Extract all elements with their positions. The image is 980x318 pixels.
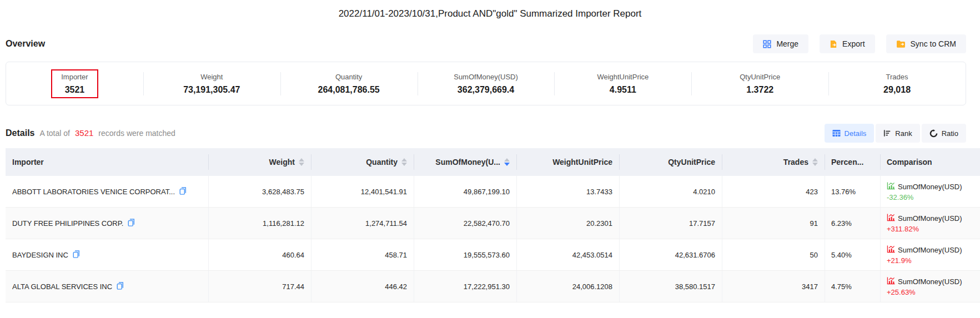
stat-value: 4.9511	[610, 85, 636, 95]
stat-content: SumOfMoney(USD)362,379,669.4	[444, 69, 528, 98]
overview-bar: Overview MergeExportSync to CRM	[6, 34, 966, 54]
stat-qtyunitprice: QtyUnitPrice1.3722	[691, 62, 828, 105]
cell-sum-of-money: 17,222,951.30	[414, 271, 516, 302]
column-header-quantity[interactable]: Quantity	[311, 148, 414, 176]
cell-percent: 6.23%	[825, 208, 880, 239]
action-button-label: Merge	[776, 39, 798, 48]
importer-name: DUTY FREE PHILIPPINES CORP.	[12, 219, 135, 228]
cell-value: 6.23%	[831, 219, 852, 228]
table-row: ABBOTT LABORATORIES VENICE CORPORAT...3,…	[6, 176, 980, 208]
overview-stats-card: Importer3521Weight73,191,305.47Quantity2…	[6, 62, 966, 105]
view-tab-ratio[interactable]: Ratio	[922, 124, 966, 143]
column-header-weight[interactable]: Weight	[208, 148, 311, 176]
importer-table: ImporterWeightQuantitySumOfMoney(U...Wei…	[6, 148, 980, 302]
cell-value: 42,631.6706	[675, 251, 715, 259]
report-title: 2022/11/01-2023/10/31,Product AND"gold" …	[0, 8, 980, 19]
table-grid-icon	[832, 129, 841, 137]
cell-sum-of-money: 22,582,470.70	[414, 208, 516, 239]
cell-value: 5.40%	[831, 251, 852, 259]
trend-up-chart-icon	[887, 245, 895, 255]
cell-value: 20.2301	[586, 219, 612, 228]
comparison-metric: SumOfMoney(USD)	[887, 277, 962, 286]
copy-icon	[117, 282, 124, 291]
stat-importer: Importer3521	[6, 62, 143, 105]
importer-name: ABBOTT LABORATORIES VENICE CORPORAT...	[12, 187, 187, 196]
stat-content: QtyUnitPrice1.3722	[730, 69, 790, 98]
cell-value: 22,582,470.70	[464, 219, 510, 228]
action-button-sync-to-crm[interactable]: Sync to CRM	[886, 34, 966, 53]
highlight-box: Importer3521	[51, 69, 98, 98]
sort-carets-icon	[299, 158, 304, 166]
cell-value: 460.64	[282, 251, 304, 259]
cell-sum-of-money: 49,867,199.10	[414, 176, 516, 207]
table-row: BAYDESIGN INC460.64458.7119,555,573.6042…	[6, 239, 980, 271]
column-header-label: Weight	[269, 158, 295, 166]
comparison-change-value: +311.82%	[887, 225, 919, 233]
cell-quantity: 458.71	[311, 239, 414, 270]
sync-folder-icon	[896, 40, 906, 48]
comparison-metric-label: SumOfMoney(USD)	[898, 277, 962, 286]
trend-up-chart-icon	[887, 277, 895, 286]
cell-value: 19,555,573.60	[464, 251, 510, 259]
column-header-trades[interactable]: Trades	[722, 148, 825, 176]
action-button-export[interactable]: Export	[820, 34, 875, 53]
comparison-metric: SumOfMoney(USD)	[887, 214, 962, 223]
importer-name: ALTA GLOBAL SERVICES INC	[12, 282, 124, 291]
table-row: DUTY FREE PHILIPPINES CORP.1,116,281.121…	[6, 208, 980, 239]
sort-desc-icon	[299, 163, 304, 166]
cell-weight: 460.64	[208, 239, 311, 270]
copy-button[interactable]	[117, 282, 124, 291]
cell-value: 17.7157	[689, 219, 715, 228]
cell-value: 24,006.1208	[572, 282, 612, 291]
comparison-cell: SumOfMoney(USD)+25.63%	[880, 271, 980, 302]
copy-button[interactable]	[179, 187, 187, 196]
view-tab-details[interactable]: Details	[825, 124, 875, 143]
overview-actions: MergeExportSync to CRM	[753, 34, 966, 53]
action-button-merge[interactable]: Merge	[753, 34, 808, 53]
view-tab-rank[interactable]: Rank	[876, 124, 919, 143]
copy-icon	[128, 219, 135, 228]
trend-down-chart-icon	[887, 182, 895, 191]
details-heading: Details	[6, 128, 34, 138]
view-tab-label: Ratio	[942, 129, 958, 138]
cell-trades: 91	[722, 208, 825, 239]
table-body: ABBOTT LABORATORIES VENICE CORPORAT...3,…	[6, 176, 980, 302]
column-header-comparison: Comparison	[880, 148, 980, 176]
comparison-metric-label: SumOfMoney(USD)	[898, 246, 962, 254]
copy-button[interactable]	[73, 250, 80, 260]
column-header-sumofmoney-u-[interactable]: SumOfMoney(U...	[414, 148, 516, 176]
stat-label: Quantity	[335, 73, 362, 81]
comparison-change-value: -32.36%	[887, 193, 913, 201]
copy-button[interactable]	[128, 219, 135, 228]
importer-cell: ABBOTT LABORATORIES VENICE CORPORAT...	[6, 176, 208, 207]
merge-icon	[763, 40, 771, 48]
sort-carets-icon	[504, 158, 510, 166]
column-header-label: Percen...	[831, 158, 863, 166]
comparison-metric-label: SumOfMoney(USD)	[898, 183, 962, 191]
bar-rank-icon	[883, 129, 891, 137]
trend-up-chart-icon	[887, 214, 895, 223]
view-tab-label: Details	[845, 129, 867, 138]
copy-icon	[179, 187, 187, 196]
sort-desc-icon	[504, 163, 510, 166]
cell-value: 91	[810, 219, 818, 228]
cell-value: 458.71	[385, 251, 407, 259]
column-header-label: Importer	[12, 158, 44, 166]
cell-qty-unit-price: 42,631.6706	[619, 239, 722, 270]
view-switch: DetailsRankRatio	[825, 124, 966, 143]
cell-value: 446.42	[385, 282, 407, 291]
stat-value: 29,018	[883, 85, 911, 95]
stat-label: WeightUnitPrice	[597, 73, 649, 81]
stat-value: 73,191,305.47	[183, 85, 240, 95]
cell-percent: 5.40%	[825, 239, 880, 270]
stat-label: Importer	[61, 73, 88, 81]
cell-weight: 3,628,483.75	[208, 176, 311, 207]
sort-asc-icon	[504, 158, 510, 161]
cell-weight: 717.44	[208, 271, 311, 302]
stat-value: 362,379,669.4	[458, 85, 514, 95]
cell-quantity: 1,274,711.54	[311, 208, 414, 239]
stat-content: Trades29,018	[873, 69, 921, 98]
cell-percent: 4.75%	[825, 271, 880, 302]
comparison-cell: SumOfMoney(USD)+21.9%	[880, 239, 980, 270]
cell-value: 13.7433	[586, 188, 612, 196]
